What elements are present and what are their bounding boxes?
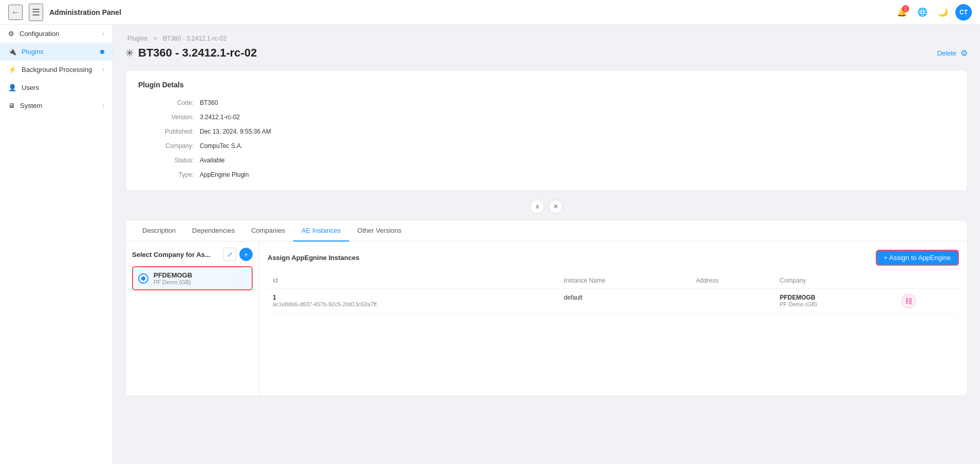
- code-value: BT360: [200, 97, 955, 108]
- sidebar-item-configuration[interactable]: ⚙ Configuration ›: [0, 25, 112, 43]
- background-processing-icon: ⚡: [8, 66, 16, 73]
- delete-button[interactable]: Delete: [937, 49, 956, 57]
- status-label: Status:: [138, 155, 200, 166]
- settings-icon[interactable]: ⚙: [960, 48, 968, 58]
- version-label: Version:: [138, 112, 200, 123]
- add-company-button[interactable]: +: [239, 248, 253, 261]
- assign-to-appengine-button[interactable]: + Assign to AppEngine: [876, 250, 959, 266]
- instance-id-num: 1: [273, 294, 554, 301]
- sidebar-label-configuration: Configuration: [20, 30, 59, 38]
- cell-instance-name: default: [559, 289, 691, 314]
- breadcrumb-plugins[interactable]: Plugins: [127, 35, 147, 42]
- col-id: Id: [268, 273, 559, 289]
- plugins-icon: 🔌: [8, 48, 16, 55]
- table-header-row: Id Instance Name Address Company: [268, 273, 959, 289]
- instance-company-desc: PF Demo (GB): [780, 301, 891, 307]
- instance-company-name: PFDEMOGB: [780, 294, 891, 301]
- header-actions: Delete ⚙: [937, 48, 968, 58]
- code-label: Code:: [138, 97, 200, 108]
- sidebar-item-system[interactable]: 🖥 System ›: [0, 97, 112, 115]
- tab-description[interactable]: Description: [134, 220, 184, 242]
- instances-title: Assign AppEgnine Instances: [268, 254, 360, 262]
- sidebar-label-users: Users: [22, 84, 39, 91]
- plugins-active-dot: [100, 50, 104, 54]
- cell-id: 1 ac1e86b6-d837-457b-92c5-20d13c62a7ff: [268, 289, 559, 314]
- breadcrumb[interactable]: Plugins > BT360 - 3.2412.1-rc-02: [125, 35, 968, 42]
- company-name-pfdemogb: PFDEMOGB: [154, 271, 231, 279]
- plugin-asterisk-icon: ✳: [125, 47, 134, 59]
- tab-dependencies[interactable]: Dependencies: [184, 220, 243, 242]
- company-panel-header: Select Company for As... ⤢ +: [132, 248, 253, 261]
- instances-panel: Assign AppEgnine Instances + Assign to A…: [259, 242, 967, 396]
- page-header: ✳ BT360 - 3.2412.1-rc-02 Delete ⚙: [125, 46, 968, 60]
- sidebar-item-plugins[interactable]: 🔌 Plugins: [0, 43, 112, 61]
- chevron-right-icon-sys: ›: [103, 103, 104, 108]
- theme-button[interactable]: 🌙: [935, 4, 951, 21]
- chevron-right-icon: ›: [103, 31, 104, 36]
- sidebar-item-background-processing[interactable]: ⚡ Background Processing ›: [0, 61, 112, 79]
- collapse-settings-button[interactable]: ✕: [549, 199, 563, 214]
- status-value: Available: [200, 155, 955, 166]
- breadcrumb-separator: >: [154, 35, 159, 42]
- plugin-details-card: Plugin Detals Code: BT360 Version: 3.241…: [125, 70, 968, 191]
- tabs-header: Description Dependencies Companies AE In…: [126, 220, 967, 242]
- company-desc-pfdemogb: PF Demo (GB): [154, 279, 231, 285]
- col-address: Address: [691, 273, 775, 289]
- unlink-button[interactable]: ⛓: [901, 294, 916, 308]
- collapse-up-button[interactable]: ∧: [530, 199, 544, 214]
- layout: ⚙ Configuration › 🔌 Plugins ⚡ Background…: [0, 25, 980, 464]
- drag-handle-icon: ⋮⋮: [236, 275, 247, 281]
- menu-button[interactable]: ☰: [29, 4, 43, 21]
- company-item-pfdemogb[interactable]: PFDEMOGB PF Demo (GB) ⋮⋮: [132, 266, 253, 290]
- cell-company: PFDEMOGB PF Demo (GB): [775, 289, 896, 314]
- company-panel: Select Company for As... ⤢ + PFDEMOGB: [126, 242, 259, 396]
- chevron-right-icon-bp: ›: [103, 67, 104, 72]
- company-panel-title: Select Company for As...: [132, 251, 211, 258]
- tab-ae-instances[interactable]: AE Instances: [293, 220, 349, 242]
- back-button[interactable]: ←: [8, 5, 23, 20]
- plugin-details-title: Plugin Detals: [138, 81, 955, 89]
- version-value: 3.2412.1-rc-02: [200, 112, 955, 123]
- cell-address: [691, 289, 775, 314]
- sidebar: ⚙ Configuration › 🔌 Plugins ⚡ Background…: [0, 25, 113, 464]
- instance-uuid: ac1e86b6-d837-457b-92c5-20d13c62a7ff: [273, 301, 554, 307]
- col-actions: [896, 273, 959, 289]
- col-company: Company: [775, 273, 896, 289]
- table-row: 1 ac1e86b6-d837-457b-92c5-20d13c62a7ff d…: [268, 289, 959, 314]
- company-radio-pfdemogb: [138, 273, 148, 284]
- sidebar-label-system: System: [20, 102, 42, 109]
- cell-unlink: ⛓: [896, 289, 959, 314]
- notification-badge: 2: [902, 5, 909, 12]
- system-icon: 🖥: [8, 102, 15, 109]
- avatar[interactable]: CT: [955, 4, 972, 21]
- topbar-icons: 🔔 2 🌐 🌙 CT: [894, 4, 972, 21]
- col-instance-name: Instance Name: [559, 273, 691, 289]
- type-value: AppEngine Plugin: [200, 169, 955, 180]
- topbar-title: Administration Panel: [49, 8, 888, 16]
- tab-other-versions[interactable]: Other Versions: [349, 220, 410, 242]
- page-title: BT360 - 3.2412.1-rc-02: [138, 46, 257, 60]
- plugin-details-grid: Code: BT360 Version: 3.2412.1-rc-02 Publ…: [138, 97, 955, 180]
- collapse-controls: ∧ ✕: [125, 199, 968, 214]
- instances-header: Assign AppEgnine Instances + Assign to A…: [268, 250, 959, 266]
- sidebar-label-plugins: Plugins: [22, 48, 44, 55]
- tabs-section: Description Dependencies Companies AE In…: [125, 220, 968, 396]
- company-value: CompuTec S.A.: [200, 140, 955, 152]
- published-value: Dec 13, 2024, 9:55:36 AM: [200, 126, 955, 137]
- type-label: Type:: [138, 169, 200, 180]
- tab-companies[interactable]: Companies: [243, 220, 293, 242]
- users-icon: 👤: [8, 84, 16, 91]
- instances-table: Id Instance Name Address Company 1: [268, 273, 959, 314]
- tabs-body: Select Company for As... ⤢ + PFDEMOGB: [126, 242, 967, 396]
- published-label: Published:: [138, 126, 200, 137]
- configuration-icon: ⚙: [8, 30, 14, 38]
- company-info-pfdemogb: PFDEMOGB PF Demo (GB): [154, 271, 231, 285]
- notification-button[interactable]: 🔔 2: [894, 4, 910, 21]
- expand-company-button[interactable]: ⤢: [223, 248, 236, 261]
- globe-button[interactable]: 🌐: [914, 4, 931, 21]
- breadcrumb-current: BT360 - 3.2412.1-rc-02: [163, 35, 227, 42]
- topbar: ← ☰ Administration Panel 🔔 2 🌐 🌙 CT: [0, 0, 980, 25]
- company-label: Company:: [138, 140, 200, 152]
- main-content: Plugins > BT360 - 3.2412.1-rc-02 ✳ BT360…: [113, 25, 980, 464]
- sidebar-item-users[interactable]: 👤 Users: [0, 79, 112, 97]
